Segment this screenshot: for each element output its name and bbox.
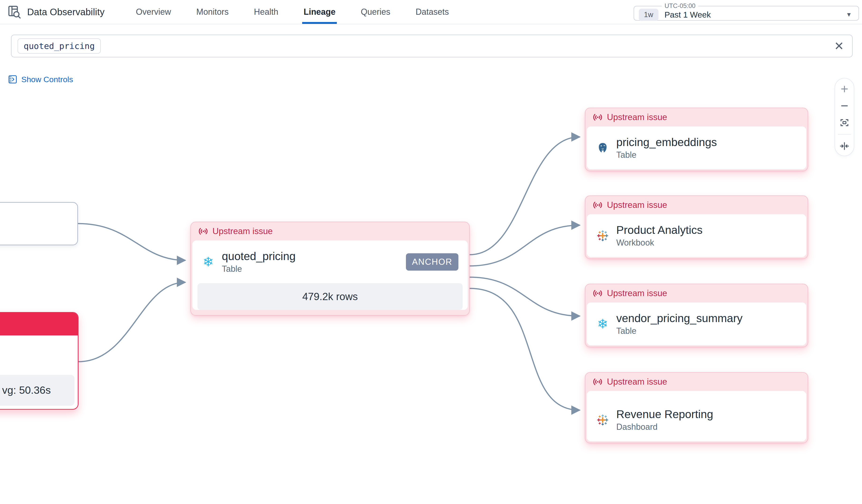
collapse-panel-button[interactable] [838, 141, 851, 151]
collapse-icon [839, 141, 850, 151]
lineage-node-revenue-reporting[interactable]: Upstream issue Revenue Reporting Da [585, 372, 808, 443]
upstream-issue-label: Upstream issue [607, 288, 667, 298]
row-count-footer: 479.2k rows [197, 283, 462, 310]
snowflake-icon: ❄ [596, 317, 609, 331]
upstream-issue-header: Upstream issue [585, 108, 808, 127]
node-title: Revenue Reporting [616, 408, 713, 421]
postgresql-icon [596, 142, 609, 155]
node-card: pricing_embeddings Table [587, 127, 806, 169]
node-card: ❄ vendor_pricing_summary Table [587, 303, 806, 345]
node-subtitle: Table [222, 264, 296, 274]
node-title: pricing_embeddings [616, 136, 717, 149]
node-title: vendor_pricing_summary [616, 312, 743, 325]
upstream-issue-label: Upstream issue [607, 377, 667, 387]
anchor-badge: ANCHOR [406, 253, 458, 270]
upstream-issue-icon [592, 288, 603, 299]
alert-node-body [0, 335, 78, 375]
canvas-zoom-toolbar: + − [835, 78, 854, 156]
node-card: Product Analytics Workbook [587, 214, 806, 257]
node-subtitle: Dashboard [616, 422, 713, 432]
lineage-node-pricing-embeddings[interactable]: Upstream issue pricing_embeddings Table [585, 108, 808, 171]
tableau-icon [596, 229, 609, 242]
snowflake-icon: ❄ [202, 255, 215, 268]
lineage-node-product-analytics[interactable]: Upstream issue Product Analytics Wo [585, 196, 808, 259]
node-subtitle: Table [616, 326, 743, 336]
zoom-out-button[interactable]: − [838, 101, 851, 111]
toolbar-divider [838, 134, 851, 135]
node-subtitle: Table [616, 150, 717, 160]
alert-node-header [0, 313, 78, 335]
node-title: Product Analytics [616, 224, 703, 236]
alert-node-footer: vg: 50.36s [0, 375, 75, 406]
upstream-issue-label: Upstream issue [607, 200, 667, 210]
lineage-node-offscreen-left[interactable] [0, 202, 78, 245]
upstream-issue-header: Upstream issue [191, 222, 469, 240]
upstream-issue-header: Upstream issue [585, 196, 808, 214]
upstream-issue-label: Upstream issue [212, 226, 273, 236]
lineage-node-offscreen-left-alert[interactable]: vg: 50.36s [0, 312, 78, 410]
lineage-node-vendor-pricing-summary[interactable]: Upstream issue ❄ vendor_pricing_summary … [585, 284, 808, 347]
node-subtitle: Workbook [616, 238, 703, 248]
upstream-issue-icon [592, 200, 603, 210]
node-title: quoted_pricing [222, 250, 296, 263]
tableau-icon [596, 413, 609, 426]
node-card: Revenue Reporting Dashboard [587, 391, 806, 441]
upstream-issue-header: Upstream issue [585, 373, 808, 391]
lineage-node-quoted-pricing[interactable]: Upstream issue ❄ quoted_pricing Table AN… [191, 222, 470, 316]
upstream-issue-icon [198, 226, 209, 237]
fit-view-button[interactable] [838, 117, 851, 128]
zoom-in-button[interactable]: + [838, 83, 851, 94]
upstream-issue-label: Upstream issue [607, 112, 667, 122]
upstream-issue-icon [592, 376, 603, 387]
upstream-issue-header: Upstream issue [585, 284, 808, 303]
upstream-issue-icon [592, 112, 603, 123]
node-card: ❄ quoted_pricing Table ANCHOR 479.2k row… [192, 240, 468, 310]
fit-view-icon [839, 118, 850, 128]
